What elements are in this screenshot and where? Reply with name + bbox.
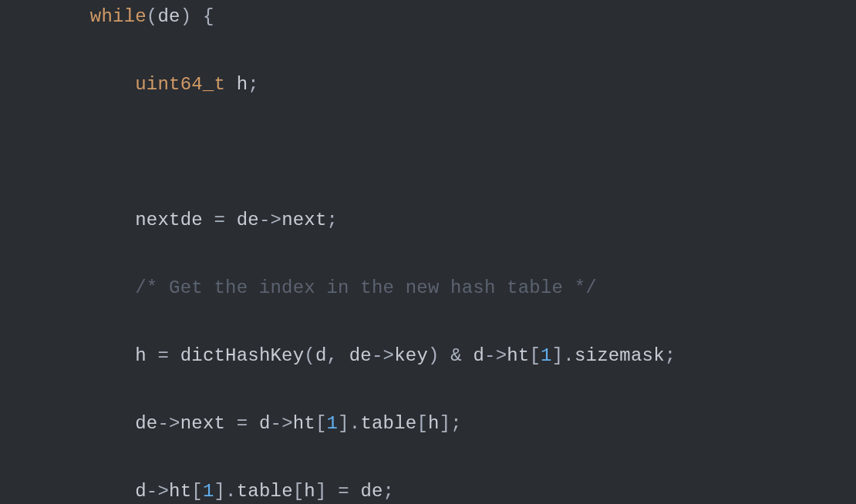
identifier: de [135, 413, 157, 434]
bracket-open: [ [315, 413, 327, 434]
identifier: d [259, 413, 271, 434]
identifier: nextde [135, 210, 203, 230]
bracket-open: [ [293, 481, 305, 502]
operator-arrow: -> [157, 413, 180, 434]
operator-arrow: -> [271, 413, 293, 434]
identifier: h [237, 74, 248, 95]
identifier: de [157, 6, 180, 27]
operator-arrow: -> [484, 345, 507, 366]
identifier: de [349, 345, 372, 366]
indent [0, 413, 135, 434]
identifier: sizemask [575, 345, 665, 366]
identifier: d [315, 345, 327, 366]
keyword-type: uint64_t [135, 74, 225, 95]
code-line: de->next = d->ht[1].table[h]; [0, 407, 856, 441]
operator-arrow: -> [372, 345, 394, 366]
bracket-close: ] [552, 345, 564, 366]
code-line: h = dictHashKey(d, de->key) & d->ht[1].s… [0, 339, 856, 373]
identifier: h [135, 345, 147, 366]
identifier: de [360, 481, 383, 502]
identifier: d [473, 345, 484, 366]
semicolon: ; [327, 210, 339, 230]
code-block: while(de) { uint64_t h; nextde = de->nex… [0, 0, 856, 504]
semicolon: ; [450, 413, 462, 434]
identifier: table [360, 413, 416, 434]
bracket-open: [ [416, 413, 428, 434]
identifier: key [394, 345, 428, 366]
identifier: ht [507, 345, 529, 366]
space [191, 6, 203, 27]
space [349, 481, 361, 502]
number: 1 [203, 481, 214, 502]
brace-open: { [203, 6, 214, 27]
space [327, 481, 339, 502]
identifier: h [304, 481, 315, 502]
identifier: de [237, 210, 259, 230]
code-line: nextde = de->next; [0, 203, 856, 237]
semicolon: ; [665, 345, 676, 366]
identifier: next [180, 413, 225, 434]
indent [0, 210, 135, 230]
semicolon: ; [383, 481, 395, 502]
comment: /* Get the index in the new hash table *… [135, 277, 597, 298]
operator-arrow: -> [147, 481, 169, 502]
dot: . [563, 345, 575, 366]
identifier: d [135, 481, 147, 502]
space [203, 210, 214, 230]
paren-open: ( [147, 6, 158, 27]
identifier: dictHashKey [180, 345, 305, 366]
number: 1 [327, 413, 339, 434]
number: 1 [541, 345, 552, 366]
bracket-open: [ [529, 345, 541, 366]
space [248, 413, 259, 434]
indent [0, 277, 135, 298]
indent [0, 345, 135, 366]
code-line: while(de) { [0, 0, 856, 34]
dot: . [349, 413, 361, 434]
code-line: uint64_t h; [0, 68, 856, 102]
space [462, 345, 473, 366]
paren-close: ) [180, 6, 192, 27]
operator-amp: & [450, 345, 462, 366]
space [169, 345, 180, 366]
comma: , [327, 345, 339, 366]
bracket-open: [ [191, 481, 203, 502]
identifier: next [281, 210, 326, 230]
paren-open: ( [304, 345, 315, 366]
space [147, 345, 158, 366]
identifier: h [428, 413, 440, 434]
bracket-close: ] [338, 413, 349, 434]
space [440, 345, 451, 366]
operator-assign: = [157, 345, 169, 366]
space [225, 413, 237, 434]
dot: . [225, 481, 237, 502]
indent [0, 481, 135, 502]
indent [0, 74, 135, 95]
space [338, 345, 349, 366]
space [225, 74, 237, 95]
identifier: ht [293, 413, 315, 434]
operator-arrow: -> [259, 210, 281, 230]
operator-assign: = [237, 413, 248, 434]
bracket-close: ] [440, 413, 451, 434]
keyword-while: while [90, 6, 147, 27]
indent [0, 6, 90, 27]
space [225, 210, 237, 230]
operator-assign: = [214, 210, 225, 230]
paren-close: ) [428, 345, 440, 366]
bracket-close: ] [214, 481, 226, 502]
identifier: table [237, 481, 293, 502]
bracket-close: ] [315, 481, 327, 502]
operator-assign: = [338, 481, 349, 502]
code-line: /* Get the index in the new hash table *… [0, 271, 856, 305]
code-line: d->ht[1].table[h] = de; [0, 475, 856, 504]
code-line-blank [0, 136, 856, 170]
identifier: ht [169, 481, 191, 502]
semicolon: ; [248, 74, 259, 95]
